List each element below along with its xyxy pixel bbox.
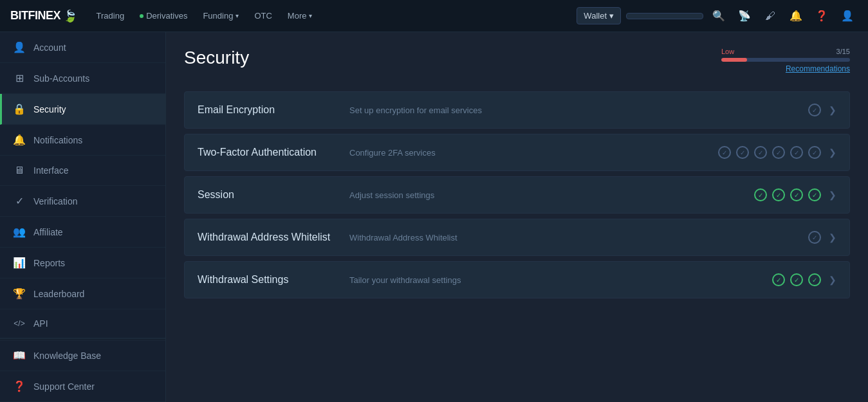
security-score: Low 3/15 Recommendations: [721, 48, 850, 73]
chevron-right-icon: ❯: [829, 190, 836, 200]
withdrawal-whitelist-row[interactable]: Withdrawal Address Whitelist Withdrawal …: [184, 219, 850, 256]
two-factor-title: Two-Factor Authentication: [198, 147, 339, 158]
search-input[interactable]: [626, 13, 703, 19]
withdrawal-settings-title: Withdrawal Settings: [198, 274, 339, 286]
sidebar: 👤 Account ⊞ Sub-Accounts 🔒 Security 🔔 No…: [0, 32, 166, 402]
affiliate-icon: 👥: [13, 226, 26, 238]
recommendations-link[interactable]: Recommendations: [786, 64, 850, 73]
sidebar-item-account[interactable]: 👤 Account: [0, 32, 165, 63]
sidebar-label-affiliate: Affiliate: [33, 227, 63, 237]
interface-icon: 🖥: [13, 165, 26, 176]
check-icon-green: ✓: [772, 188, 785, 201]
check-icon: ✓: [718, 146, 731, 159]
sidebar-item-interface[interactable]: 🖥 Interface: [0, 156, 165, 186]
email-encryption-row[interactable]: Email Encryption Set up encryption for e…: [184, 91, 850, 129]
check-icon-green: ✓: [808, 273, 821, 286]
sidebar-item-api[interactable]: </> API: [0, 309, 165, 338]
knowledge-base-icon: 📖: [13, 349, 26, 361]
sidebar-label-knowledge-base: Knowledge Base: [33, 351, 101, 361]
check-icon: ✓: [808, 231, 821, 244]
session-desc: Adjust session settings: [349, 190, 754, 200]
sidebar-item-leaderboard[interactable]: 🏆 Leaderboard: [0, 279, 165, 309]
chevron-right-icon: ❯: [829, 147, 836, 158]
nav-funding[interactable]: Funding▾: [196, 7, 245, 24]
security-icon: 🔒: [13, 103, 26, 115]
check-icon: ✓: [754, 146, 767, 159]
sidebar-item-verification[interactable]: ✓ Verification: [0, 186, 165, 217]
sidebar-label-account: Account: [33, 42, 66, 53]
sidebar-item-reports[interactable]: 📊 Reports: [0, 248, 165, 279]
sidebar-label-sub-accounts: Sub-Accounts: [33, 73, 89, 84]
chevron-right-icon: ❯: [829, 275, 836, 285]
sidebar-label-verification: Verification: [33, 196, 77, 206]
api-icon: </>: [13, 319, 26, 328]
sidebar-label-notifications: Notifications: [33, 135, 82, 145]
check-icon: ✓: [772, 146, 785, 159]
user-icon[interactable]: 👤: [837, 6, 858, 26]
page-title: Security: [184, 48, 249, 68]
sidebar-label-reports: Reports: [33, 258, 65, 268]
wallet-chevron: ▾: [609, 11, 614, 21]
bell-icon[interactable]: 🔔: [786, 6, 806, 26]
two-factor-row[interactable]: Two-Factor Authentication Configure 2FA …: [184, 134, 850, 171]
sidebar-label-interface: Interface: [33, 165, 68, 176]
check-icon: ✓: [808, 104, 821, 116]
withdrawal-whitelist-desc: Withdrawal Address Whitelist: [349, 233, 808, 242]
nav-trading[interactable]: Trading: [90, 7, 131, 24]
score-label: Low: [721, 48, 734, 55]
check-icon-green: ✓: [772, 273, 785, 286]
nav-otc[interactable]: OTC: [248, 7, 278, 24]
notifications-icon: 🔔: [13, 134, 26, 146]
check-icon-green: ✓: [808, 188, 821, 201]
withdrawal-settings-checks: ✓ ✓ ✓: [772, 273, 821, 286]
page-header: Security Low 3/15 Recommendations: [184, 48, 850, 73]
sidebar-item-affiliate[interactable]: 👥 Affiliate: [0, 217, 165, 248]
logo[interactable]: BITFINEX 🍃: [10, 9, 77, 23]
topnav: BITFINEX 🍃 Trading Derivatives Funding▾ …: [0, 0, 868, 32]
wallet-label: Wallet: [584, 11, 607, 21]
logo-icon: 🍃: [63, 9, 77, 23]
nav-links: Trading Derivatives Funding▾ OTC More▾: [90, 7, 564, 24]
two-factor-desc: Configure 2FA services: [349, 148, 718, 158]
score-bar: [721, 58, 747, 62]
withdrawal-settings-desc: Tailor your withdrawal settings: [349, 275, 772, 285]
check-icon-green: ✓: [790, 273, 803, 286]
radio-icon[interactable]: 📡: [734, 6, 755, 26]
score-count: 3/15: [836, 48, 850, 55]
sidebar-item-support-center[interactable]: ❓ Support Center: [0, 371, 165, 402]
content-area: Security Low 3/15 Recommendations Email …: [166, 32, 868, 402]
withdrawal-whitelist-title: Withdrawal Address Whitelist: [198, 232, 339, 243]
verification-icon: ✓: [13, 195, 26, 207]
email-encryption-desc: Set up encryption for email services: [349, 105, 808, 115]
chevron-right-icon: ❯: [829, 105, 836, 115]
sidebar-label-leaderboard: Leaderboard: [33, 289, 84, 299]
main-layout: 👤 Account ⊞ Sub-Accounts 🔒 Security 🔔 No…: [0, 32, 868, 402]
topnav-right: Wallet ▾ 🔍 📡 🖌 🔔 ❓ 👤: [577, 6, 858, 26]
session-row[interactable]: Session Adjust session settings ✓ ✓ ✓ ✓ …: [184, 176, 850, 214]
check-icon: ✓: [736, 146, 749, 159]
withdrawal-settings-row[interactable]: Withdrawal Settings Tailor your withdraw…: [184, 261, 850, 298]
sidebar-item-sub-accounts[interactable]: ⊞ Sub-Accounts: [0, 63, 165, 94]
check-icon-green: ✓: [790, 188, 803, 201]
nav-derivatives[interactable]: Derivatives: [133, 7, 194, 24]
sidebar-item-knowledge-base[interactable]: 📖 Knowledge Base: [0, 340, 165, 371]
check-icon: ✓: [808, 146, 821, 159]
check-icon: ✓: [790, 146, 803, 159]
sidebar-item-security[interactable]: 🔒 Security: [0, 94, 165, 125]
logo-text: BITFINEX: [10, 9, 60, 23]
wallet-button[interactable]: Wallet ▾: [577, 7, 621, 24]
chevron-right-icon: ❯: [829, 232, 836, 242]
sidebar-item-notifications[interactable]: 🔔 Notifications: [0, 125, 165, 156]
session-title: Session: [198, 189, 339, 201]
sidebar-label-support-center: Support Center: [33, 381, 95, 392]
score-bar-container: [721, 58, 850, 62]
sidebar-label-security: Security: [33, 104, 66, 114]
session-checks: ✓ ✓ ✓ ✓: [754, 188, 821, 201]
withdrawal-whitelist-checks: ✓: [808, 231, 821, 244]
reports-icon: 📊: [13, 257, 26, 269]
leaderboard-icon: 🏆: [13, 288, 26, 300]
nav-more[interactable]: More▾: [281, 7, 319, 24]
brush-icon[interactable]: 🖌: [760, 6, 780, 26]
search-icon[interactable]: 🔍: [708, 6, 729, 26]
help-icon[interactable]: ❓: [811, 6, 832, 26]
